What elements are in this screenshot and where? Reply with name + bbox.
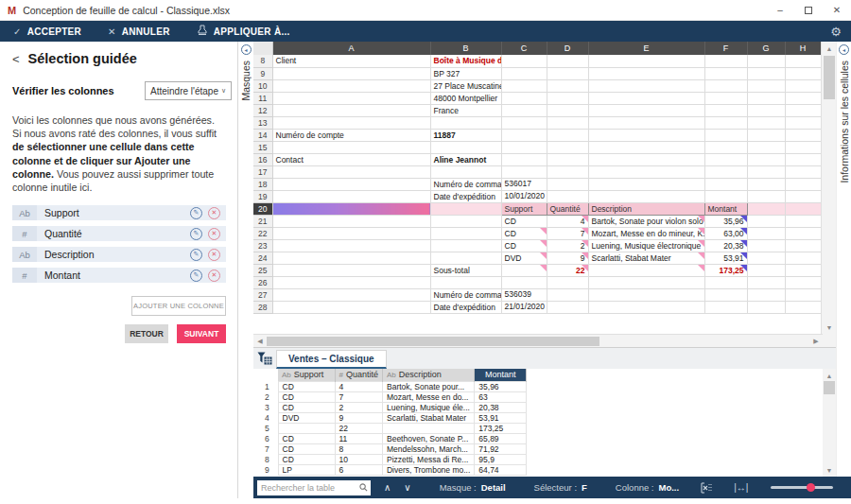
cell-E9[interactable] [588,67,704,79]
delete-column-icon[interactable]: ✕ [208,269,220,282]
table-cell[interactable]: CD [278,402,335,412]
cell-G18[interactable] [747,178,785,190]
add-column-button[interactable]: AJOUTER UNE COLONNE [131,296,226,316]
cell-D27[interactable] [547,288,588,301]
sheet-vertical-scrollbar[interactable]: ▲ ▼ [821,42,836,334]
masque-status[interactable]: Masque : Detail [440,482,506,493]
tab-masques[interactable]: Masques [240,61,252,101]
cell-D21[interactable]: 4 [547,215,588,227]
table-cell[interactable]: Bartok, Sonate pour... [382,381,474,391]
cell-E15[interactable] [588,141,704,153]
cell-E22[interactable]: Mozart, Messe en do mineur, K.427 [588,227,704,239]
row-header-11[interactable]: 11 [253,92,272,104]
cell-A15[interactable] [272,141,430,153]
table-header-montant[interactable]: Montant [475,369,527,381]
cell-H28[interactable] [785,301,821,313]
cell-G28[interactable] [747,301,785,313]
column-header-A[interactable]: A [272,42,430,55]
cell-B23[interactable] [430,239,501,252]
cell-E25[interactable] [588,264,704,276]
cell-C26[interactable] [501,276,547,288]
cell-C9[interactable] [501,67,547,79]
cell-A14[interactable]: Numéro de compte [272,129,430,141]
cell-F24[interactable]: 53,91 [704,252,747,264]
cell-H9[interactable] [785,67,821,79]
cell-A27[interactable] [272,288,430,301]
cell-A28[interactable] [272,301,430,313]
table-cell[interactable]: Scarlatti, Stabat Mater [382,412,474,423]
cell-F20[interactable]: Montant [704,202,747,215]
edit-column-icon[interactable]: ✎ [190,269,202,282]
column-header-C[interactable]: C [501,42,547,55]
cell-C10[interactable] [501,79,547,92]
minimize-button[interactable]: – [766,0,794,21]
scrollbar-thumb[interactable] [267,337,599,346]
cell-C24[interactable]: DVD [501,252,547,264]
table-cell[interactable]: CD [278,454,335,464]
cell-E12[interactable] [588,104,704,116]
row-header-27[interactable]: 27 [253,288,272,301]
cell-A26[interactable] [272,276,430,288]
cell-A8[interactable]: Client [272,55,430,67]
scroll-down-icon[interactable]: ▼ [823,321,836,334]
table-cell[interactable]: 10 [335,454,382,464]
cell-D16[interactable] [547,153,588,165]
cell-B9[interactable]: BP 327 [430,67,501,79]
cell-G13[interactable] [747,116,785,129]
column-item-montant[interactable]: #Montant✎✕ [12,268,226,283]
table-cell[interactable]: CD [278,433,335,443]
table-cell[interactable]: CD [278,381,335,391]
table-cell[interactable]: Luening, Musique éle... [382,402,474,412]
cell-E24[interactable]: Scarlatti, Stabat Mater [588,252,704,264]
cell-D26[interactable] [547,276,588,288]
cell-H20[interactable] [785,202,821,215]
cell-B28[interactable]: Date d'expédition [430,301,501,313]
cell-H23[interactable] [785,239,821,252]
fit-width-icon[interactable]: |↔| [734,482,748,493]
table-cell[interactable]: 65,89 [475,433,527,443]
column-header-B[interactable]: B [430,42,501,55]
cell-G25[interactable] [747,264,785,276]
cell-C25[interactable] [501,264,547,276]
cell-A17[interactable] [272,165,430,178]
cell-G26[interactable] [747,276,785,288]
cell-F13[interactable] [704,116,747,129]
table-cell[interactable]: 95,9 [475,454,527,464]
cell-H13[interactable] [785,116,821,129]
cell-H26[interactable] [785,276,821,288]
table-cell[interactable]: 20,38 [475,402,527,412]
cell-D10[interactable] [547,79,588,92]
table-cell[interactable]: 64,74 [475,464,527,475]
cell-E13[interactable] [588,116,704,129]
column-visibility-icon[interactable] [700,482,713,494]
cell-A23[interactable] [272,239,430,252]
table-cell[interactable]: Mozart, Messe en do... [382,391,474,402]
cell-H15[interactable] [785,141,821,153]
cell-E28[interactable] [588,301,704,313]
table-cell[interactable]: 53,91 [475,412,527,423]
column-header-G[interactable]: G [747,42,785,55]
cell-H10[interactable] [785,79,821,92]
cell-H22[interactable] [785,227,821,239]
cell-G16[interactable] [747,153,785,165]
cell-B8[interactable]: Boîte à Musique d'Aline [430,55,501,67]
collapse-panel-icon[interactable]: ◂ [241,44,252,55]
cell-E14[interactable] [588,129,704,141]
row-header-24[interactable]: 24 [253,252,272,264]
row-header-8[interactable]: 8 [253,55,272,67]
table-cell[interactable]: 9 [335,412,382,423]
table-cell[interactable]: 4 [335,381,382,391]
cell-E10[interactable] [588,79,704,92]
cell-F18[interactable] [704,178,747,190]
cell-F9[interactable] [704,67,747,79]
table-cell[interactable]: 71,92 [475,443,527,454]
cell-C28[interactable]: 21/01/2020 [501,301,547,313]
cell-D22[interactable]: 7 [547,227,588,239]
cell-C12[interactable] [501,104,547,116]
cell-A21[interactable] [272,215,430,227]
cell-D8[interactable] [547,55,588,67]
cell-G12[interactable] [747,104,785,116]
cell-A22[interactable] [272,227,430,239]
cell-F16[interactable] [704,153,747,165]
cell-H17[interactable] [785,165,821,178]
